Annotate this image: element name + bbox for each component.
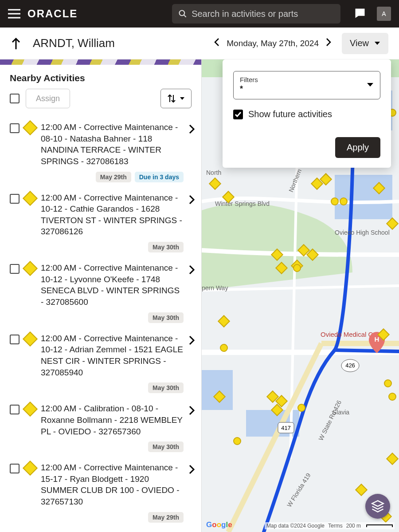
google-logo: Google xyxy=(206,520,232,529)
filters-dropdown[interactable]: Filters * xyxy=(233,71,380,99)
activity-item[interactable]: 12:00 AM - Corrective Maintenance - 08-1… xyxy=(10,116,195,187)
view-dropdown[interactable]: View xyxy=(342,33,388,54)
page-title: ARNDT, William xyxy=(33,36,115,50)
route-stripe xyxy=(0,59,201,65)
search-field[interactable] xyxy=(172,4,340,24)
map-pane[interactable]: North Winter Springs Blvd Northern Way O… xyxy=(202,59,399,532)
nearby-header: Nearby Activities Assign xyxy=(0,65,201,114)
svg-text:North: North xyxy=(206,169,221,176)
chevron-right-icon[interactable] xyxy=(189,406,195,417)
activity-text: 12:00 AM - Corrective Maintenance - 10-1… xyxy=(41,192,184,238)
caret-down-icon xyxy=(180,97,185,101)
map-layers-button[interactable] xyxy=(365,494,390,519)
svg-point-0 xyxy=(180,10,185,16)
date-tag: May 29th xyxy=(96,172,131,182)
chevron-right-icon[interactable] xyxy=(189,335,195,347)
activity-status-icon xyxy=(23,191,38,206)
menu-icon[interactable] xyxy=(8,9,20,19)
filters-field-value: * xyxy=(240,84,374,94)
sort-button[interactable] xyxy=(160,89,192,108)
date-navigator: Monday, May 27th, 2024 xyxy=(211,35,334,51)
back-icon[interactable] xyxy=(11,37,21,50)
date-tag: May 30th xyxy=(148,382,184,393)
activity-checkbox[interactable] xyxy=(10,123,20,133)
svg-rect-5 xyxy=(202,370,233,410)
activity-status-icon xyxy=(23,461,38,476)
show-future-toggle[interactable]: Show future activities xyxy=(233,109,380,119)
activity-item[interactable]: 12:00 AM - Calibration - 08-10 - Roxanne… xyxy=(10,398,195,457)
svg-text:Oviedo Medical Ctr: Oviedo Medical Ctr xyxy=(321,331,377,338)
activity-status-icon xyxy=(23,120,38,135)
sub-header: ARNDT, William Monday, May 27th, 2024 Vi… xyxy=(0,28,399,59)
sort-icon xyxy=(167,94,176,103)
date-tag: May 29th xyxy=(148,512,184,523)
next-day-button[interactable] xyxy=(323,35,334,51)
avatar[interactable]: A xyxy=(377,7,391,21)
layers-icon xyxy=(371,500,384,513)
activity-checkbox[interactable] xyxy=(10,464,20,473)
show-future-label: Show future activities xyxy=(248,109,332,119)
apply-button[interactable]: Apply xyxy=(335,137,380,158)
activity-text: 12:00 AM - Calibration - 08-10 - Roxanne… xyxy=(41,403,184,437)
activity-item[interactable]: 12:00 AM - Corrective Maintenance - 10-1… xyxy=(10,187,195,257)
date-tag: May 30th xyxy=(148,312,184,323)
activity-checkbox[interactable] xyxy=(10,335,20,344)
due-tag: Due in 3 days xyxy=(135,172,184,182)
search-input[interactable] xyxy=(192,9,334,19)
svg-text:417: 417 xyxy=(281,425,291,431)
activity-list[interactable]: 12:00 AM - Corrective Maintenance - 08-1… xyxy=(0,114,201,532)
chevron-right-icon[interactable] xyxy=(189,265,195,276)
activity-list-pane: Nearby Activities Assign 12:00 AM - Corr… xyxy=(0,59,202,532)
activity-text: 12:00 AM - Corrective Maintenance - 15-1… xyxy=(41,462,184,508)
caret-down-icon xyxy=(374,41,380,46)
app-header: ORACLE A xyxy=(0,0,399,28)
current-date[interactable]: Monday, May 27th, 2024 xyxy=(227,39,319,48)
svg-text:Oviedo High School: Oviedo High School xyxy=(335,229,390,236)
chevron-right-icon[interactable] xyxy=(189,195,195,206)
svg-text:426: 426 xyxy=(345,362,355,369)
date-tag: May 30th xyxy=(148,242,184,252)
activity-text: 12:00 AM - Corrective Maintenance - 10-1… xyxy=(41,333,184,378)
nearby-title: Nearby Activities xyxy=(10,73,192,83)
activity-status-icon xyxy=(23,331,38,347)
activity-status-icon xyxy=(23,261,38,276)
activity-text: 12:00 AM - Corrective Maintenance - 08-1… xyxy=(41,122,184,167)
filters-popover: Filters * Show future activities Apply xyxy=(223,59,391,168)
chevron-right-icon[interactable] xyxy=(189,124,195,135)
svg-text:pern Way: pern Way xyxy=(202,284,228,292)
svg-point-45 xyxy=(220,344,227,351)
activity-item[interactable]: 12:00 AM - Corrective Maintenance - 10-1… xyxy=(10,257,195,327)
brand-logo: ORACLE xyxy=(27,8,78,20)
svg-point-42 xyxy=(340,198,347,205)
select-all-checkbox[interactable] xyxy=(10,94,20,103)
activity-text: 12:00 AM - Corrective Maintenance - 10-1… xyxy=(41,262,184,308)
filters-field-label: Filters xyxy=(240,76,374,83)
map-terms-link[interactable]: Terms xyxy=(328,523,343,529)
map-attribution: Map data ©2024 Google Terms 200 m xyxy=(265,522,395,529)
svg-point-47 xyxy=(384,380,391,387)
activity-item[interactable]: 12:00 AM - Corrective Maintenance - 15-1… xyxy=(10,457,195,527)
view-label: View xyxy=(350,38,369,48)
chevron-right-icon[interactable] xyxy=(189,465,195,476)
svg-point-46 xyxy=(298,404,305,411)
assign-button[interactable]: Assign xyxy=(26,89,70,108)
messages-icon[interactable] xyxy=(354,7,366,21)
prev-day-button[interactable] xyxy=(211,35,222,51)
activity-status-icon xyxy=(23,402,38,417)
svg-point-41 xyxy=(331,198,338,205)
svg-point-48 xyxy=(389,393,396,400)
date-tag: May 30th xyxy=(148,441,184,452)
activity-checkbox[interactable] xyxy=(10,194,20,204)
search-icon xyxy=(178,9,187,19)
caret-down-icon xyxy=(367,82,374,89)
svg-point-43 xyxy=(293,264,301,272)
checkbox-checked-icon xyxy=(233,110,243,119)
svg-rect-3 xyxy=(335,175,392,219)
svg-text:Winter Springs Blvd: Winter Springs Blvd xyxy=(215,200,270,207)
activity-item[interactable]: 12:00 AM - Corrective Maintenance - 10-1… xyxy=(10,327,195,398)
svg-point-44 xyxy=(234,437,241,445)
svg-text:H: H xyxy=(375,335,379,343)
activity-checkbox[interactable] xyxy=(10,264,20,274)
activity-checkbox[interactable] xyxy=(10,405,20,414)
